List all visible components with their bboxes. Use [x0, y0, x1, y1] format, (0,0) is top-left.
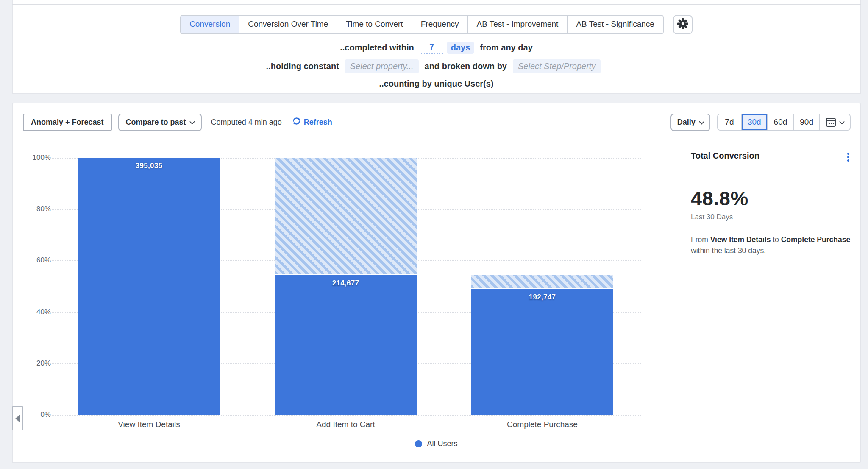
interval-dropdown-button[interactable]: Daily	[670, 114, 710, 131]
tab-ab-test-improvement[interactable]: AB Test - Improvement	[468, 16, 568, 34]
legend-label: All Users	[427, 439, 457, 448]
refresh-button[interactable]: Refresh	[292, 117, 332, 128]
funnel-bar-3[interactable]: 192,747	[471, 289, 613, 415]
tab-ab-test-significance[interactable]: AB Test - Significance	[568, 16, 662, 34]
kebab-menu-icon[interactable]	[847, 153, 849, 155]
date-range-group: 7d 30d 60d 90d	[717, 114, 851, 131]
counting-by-label: ..counting by unique User(s)	[379, 79, 493, 89]
chevron-down-icon	[839, 119, 845, 124]
x-axis: View Item DetailsAdd Item to CartComplet…	[57, 420, 641, 431]
broken-down-by-label: and broken down by	[425, 61, 507, 71]
y-axis-tick: 0%	[40, 410, 51, 419]
conversion-window-clause: ..completed within days from any day	[340, 42, 533, 54]
collapse-panel-button[interactable]	[12, 406, 23, 430]
triangle-left-icon	[15, 414, 20, 423]
dropoff-hatch-3[interactable]	[471, 275, 613, 288]
refresh-label: Refresh	[304, 118, 332, 127]
x-axis-label: View Item Details	[118, 420, 180, 429]
y-axis-tick: 80%	[36, 205, 51, 213]
holding-constant-label: ..holding constant	[266, 61, 339, 71]
desc-step-from: View Item Details	[710, 235, 771, 244]
gridline	[50, 415, 641, 416]
chevron-down-icon	[699, 119, 704, 124]
summary-divider	[691, 170, 852, 170]
breakdown-step-property-dropdown[interactable]: Select Step/Property	[513, 59, 601, 73]
tab-conversion[interactable]: Conversion	[181, 16, 239, 34]
tab-conversion-over-time[interactable]: Conversion Over Time	[239, 16, 337, 34]
interval-label: Daily	[677, 118, 696, 127]
tab-frequency[interactable]: Frequency	[412, 16, 468, 34]
y-axis: 100%80%60%40%20%0%	[13, 158, 51, 415]
funnel-definition-content: Conversion Conversion Over Time Time to …	[13, 5, 860, 93]
x-axis-label: Complete Purchase	[507, 420, 578, 429]
y-axis-tick: 20%	[36, 359, 51, 368]
chart-card: Anomaly + Forecast Compare to past Compu…	[12, 103, 861, 463]
tab-time-to-convert[interactable]: Time to Convert	[337, 16, 412, 34]
desc-mid: to	[773, 235, 779, 244]
holding-constant-property-dropdown[interactable]: Select property...	[345, 59, 419, 73]
desc-prefix: From	[691, 235, 708, 244]
plot-area: 395,035214,677192,747	[57, 158, 641, 415]
chevron-down-icon	[189, 119, 195, 124]
anomaly-forecast-button[interactable]: Anomaly + Forecast	[23, 114, 112, 131]
counting-by-clause: ..counting by unique User(s)	[379, 79, 493, 89]
total-conversion-description: From View Item Details to Complete Purch…	[691, 234, 852, 257]
range-7d-button[interactable]: 7d	[718, 114, 742, 130]
summary-header: Total Conversion	[691, 151, 852, 161]
conversion-window-input[interactable]	[421, 42, 443, 54]
custom-date-range-button[interactable]	[820, 114, 850, 130]
holding-breakdown-clause: ..holding constant Select property... an…	[266, 59, 607, 73]
chart-controls-row: Anomaly + Forecast Compare to past Compu…	[23, 114, 851, 131]
desc-suffix: within the last 30 days.	[691, 246, 766, 255]
x-axis-label: Add Item to Cart	[316, 420, 375, 429]
clause-suffix: from any day	[480, 43, 532, 53]
funnel-bar-1[interactable]: 395,035	[78, 158, 220, 415]
page: { "tabs": { "items": [ { "label": "Conve…	[0, 0, 868, 469]
funnel-bar-2[interactable]: 214,677	[275, 275, 417, 415]
gear-icon	[677, 18, 688, 31]
dropoff-hatch-2[interactable]	[275, 158, 417, 274]
y-axis-tick: 60%	[36, 256, 51, 265]
total-conversion-panel: Total Conversion 48.8% Last 30 Days From…	[691, 151, 852, 257]
analysis-tabs-row: Conversion Conversion Over Time Time to …	[180, 15, 693, 34]
legend: All Users	[13, 439, 860, 448]
legend-dot-icon	[415, 440, 422, 447]
range-90d-button[interactable]: 90d	[794, 114, 820, 130]
clause-prefix: ..completed within	[340, 43, 414, 53]
bar-value-label: 214,677	[275, 279, 417, 288]
y-axis-tick: 40%	[36, 308, 51, 316]
analysis-tab-group: Conversion Conversion Over Time Time to …	[180, 15, 664, 34]
conversion-window-unit-dropdown[interactable]: days	[447, 42, 474, 54]
compare-to-past-button[interactable]: Compare to past	[118, 114, 202, 131]
desc-step-to: Complete Purchase	[781, 235, 850, 244]
range-30d-button[interactable]: 30d	[742, 114, 768, 130]
total-conversion-value: 48.8%	[691, 187, 852, 210]
compare-to-past-label: Compare to past	[126, 118, 186, 127]
bar-value-label: 395,035	[78, 162, 220, 170]
range-60d-button[interactable]: 60d	[768, 114, 794, 130]
funnel-definition-card: Conversion Conversion Over Time Time to …	[12, 0, 861, 94]
y-axis-tick: 100%	[33, 154, 51, 162]
bar-value-label: 192,747	[471, 293, 613, 302]
refresh-icon	[292, 117, 304, 128]
summary-title: Total Conversion	[691, 151, 760, 161]
total-conversion-period: Last 30 Days	[691, 213, 852, 221]
settings-button[interactable]	[673, 15, 693, 34]
computed-ago-text: Computed 4 min ago	[211, 118, 282, 127]
calendar-icon	[826, 118, 836, 127]
